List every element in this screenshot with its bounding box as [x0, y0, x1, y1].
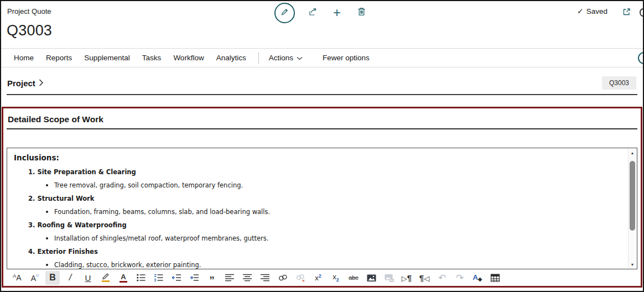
- delete-button[interactable]: [355, 6, 368, 19]
- editor-list-item: 4.Exterior Finishes: [28, 248, 98, 255]
- add-button[interactable]: +: [330, 6, 344, 19]
- section-title-underline: [7, 128, 637, 129]
- tab-workflow[interactable]: Workflow: [173, 54, 204, 62]
- chevron-down-icon: [297, 54, 303, 62]
- editor-toolbar: AAA◇B/UA”×x2x2abc▷¶¶◁↶↷A◆: [3, 269, 641, 286]
- page-label: Project Quote: [7, 7, 51, 15]
- align-right-button[interactable]: [258, 271, 272, 285]
- breadcrumb[interactable]: Project: [7, 79, 44, 88]
- tab-analytics[interactable]: Analytics: [216, 54, 246, 62]
- text-color-button[interactable]: A: [116, 271, 131, 285]
- font-size-button[interactable]: A◇: [28, 271, 42, 285]
- align-center-button[interactable]: [240, 271, 255, 285]
- direction-ltr-button[interactable]: ▷¶: [399, 271, 414, 285]
- open-new-window-button[interactable]: [621, 7, 632, 17]
- bullet-icon: [46, 237, 48, 239]
- insert-link-button[interactable]: [276, 271, 290, 285]
- editor-bullet-item: Foundation, framing, beams, columns, sla…: [46, 208, 270, 216]
- subscript-button[interactable]: x2: [329, 271, 343, 285]
- editor-list-item: 3.Roofing & Waterproofing: [28, 221, 127, 229]
- scrollbar-thumb[interactable]: [630, 161, 635, 231]
- tab-supplemental[interactable]: Supplemental: [84, 54, 130, 62]
- outdent-button[interactable]: [169, 271, 184, 285]
- svg-text:×: ×: [302, 278, 305, 283]
- app-window: Project Quote +: [0, 0, 644, 292]
- breadcrumb-row: Project Q3003: [1, 67, 643, 96]
- numbered-list-button[interactable]: [152, 271, 166, 285]
- tab-reports[interactable]: Reports: [46, 54, 72, 62]
- open-new-window-icon: [621, 9, 632, 19]
- header-action-bar: +: [274, 1, 368, 24]
- chevron-right-icon: [39, 79, 44, 88]
- align-left-button[interactable]: [222, 271, 237, 285]
- editor-bullet-item: Cladding, stucco, brickwork, exterior pa…: [46, 261, 201, 269]
- check-icon: ✓: [577, 7, 584, 15]
- underline-button[interactable]: U: [81, 271, 95, 285]
- undo-button[interactable]: ↶: [435, 271, 449, 285]
- highlight-color-button[interactable]: [98, 271, 113, 285]
- clipped-edge-icon: [640, 8, 644, 17]
- section-title: Detailed Scope of Work: [8, 114, 103, 124]
- save-status: ✓ Saved: [577, 7, 607, 15]
- tab-tasks[interactable]: Tasks: [142, 54, 162, 62]
- editor-bullet-item: Installation of shingles/metal roof, wat…: [46, 234, 268, 242]
- share-icon: [308, 7, 318, 19]
- fewer-options-button[interactable]: Fewer options: [323, 54, 370, 62]
- insert-table-button[interactable]: [488, 271, 502, 285]
- insert-image-button[interactable]: [364, 271, 378, 285]
- editor-list-item: 2.Structural Work: [28, 195, 94, 202]
- bullet-icon: [46, 211, 48, 213]
- breadcrumb-underline: [7, 94, 637, 95]
- editor-scrollbar[interactable]: ▲ ▼: [628, 149, 636, 268]
- scrollbar-down-arrow[interactable]: ▼: [629, 260, 636, 268]
- bold-button[interactable]: B: [45, 271, 60, 285]
- strikethrough-button[interactable]: abc: [346, 271, 361, 285]
- share-button[interactable]: [306, 6, 319, 19]
- tab-home[interactable]: Home: [14, 54, 34, 62]
- image-settings-button[interactable]: [382, 271, 396, 285]
- bullet-icon: [46, 264, 48, 266]
- tab-bar-divider: [258, 52, 259, 64]
- actions-menu-label: Actions: [269, 54, 293, 62]
- actions-menu-button[interactable]: Actions: [269, 54, 303, 62]
- breadcrumb-label: Project: [7, 79, 35, 88]
- editor-list-item: 1.Site Preparation & Clearing: [28, 168, 136, 176]
- editor-heading: Inclusions:: [14, 153, 59, 162]
- plus-icon: +: [333, 6, 341, 19]
- blockquote-button[interactable]: ”: [205, 271, 219, 285]
- indent-button[interactable]: [187, 271, 201, 285]
- editor-bullet-item: Tree removal, grading, soil compaction, …: [46, 181, 243, 189]
- redo-button[interactable]: ↷: [453, 271, 467, 285]
- tab-bar: HomeReportsSupplementalTasksWorkflowAnal…: [1, 49, 643, 67]
- superscript-button[interactable]: x2: [311, 271, 325, 285]
- bullet-icon: [46, 184, 48, 186]
- pencil-icon: [280, 7, 289, 19]
- scrollbar-up-arrow[interactable]: ▲: [629, 149, 636, 157]
- rich-text-editor[interactable]: Inclusions:1.Site Preparation & Clearing…: [7, 148, 637, 269]
- fewer-options-label: Fewer options: [323, 54, 370, 62]
- trash-icon: [357, 7, 366, 19]
- editor-content[interactable]: Inclusions:1.Site Preparation & Clearing…: [7, 148, 628, 269]
- text-style-button[interactable]: AA: [10, 271, 24, 285]
- save-status-label: Saved: [586, 7, 607, 15]
- direction-rtl-button[interactable]: ¶◁: [417, 271, 432, 285]
- bullet-list-button[interactable]: [134, 271, 148, 285]
- clear-formatting-button[interactable]: A◆: [470, 271, 485, 285]
- tabs-list: HomeReportsSupplementalTasksWorkflowAnal…: [14, 54, 258, 62]
- record-badge[interactable]: Q3003: [602, 76, 636, 90]
- italic-button[interactable]: /: [63, 271, 77, 285]
- remove-link-button[interactable]: ×: [293, 271, 308, 285]
- detailed-scope-section: Detailed Scope of Work Inclusions:1.Site…: [2, 107, 642, 288]
- edit-button[interactable]: [274, 3, 295, 23]
- record-title: Q3003: [7, 22, 52, 39]
